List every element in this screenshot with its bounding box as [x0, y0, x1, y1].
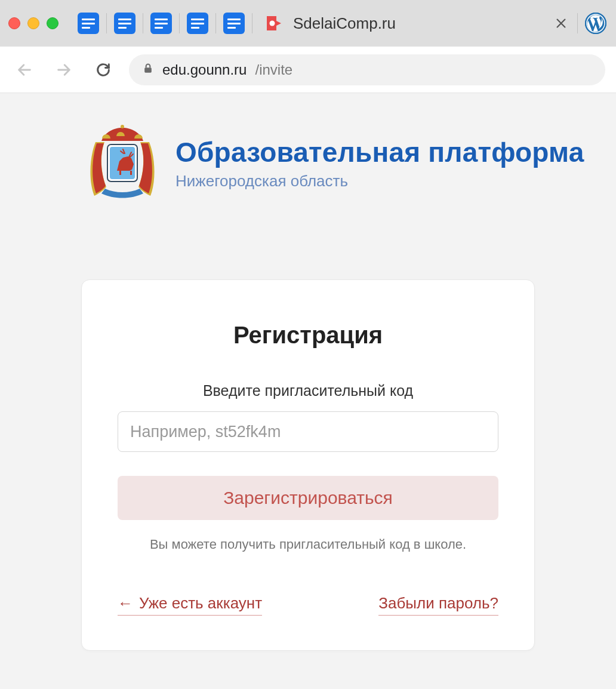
address-bar: edu.gounn.ru/invite — [0, 47, 616, 93]
invite-code-label: Введите пригласительный код — [118, 382, 498, 399]
register-button[interactable]: Зарегистрироваться — [118, 476, 498, 520]
google-docs-icon — [187, 13, 208, 34]
google-docs-icon — [223, 13, 245, 34]
tab-google-docs-4[interactable] — [186, 11, 210, 35]
tab-google-docs-3[interactable] — [149, 11, 173, 35]
invite-help-text: Вы можете получить пригласительный код в… — [118, 537, 498, 552]
active-tab[interactable]: SdelaiComp.ru — [258, 13, 545, 34]
tab-separator — [252, 13, 252, 33]
forward-button[interactable] — [50, 56, 78, 84]
svg-point-0 — [270, 21, 275, 26]
active-tab-title: SdelaiComp.ru — [293, 14, 396, 33]
existing-account-link[interactable]: ← Уже есть аккаунт — [118, 594, 262, 616]
region-coat-of-arms-icon — [84, 124, 161, 202]
tab-google-docs-1[interactable] — [76, 11, 100, 35]
tab-google-docs-2[interactable] — [113, 11, 137, 35]
url-path: /invite — [255, 61, 292, 78]
tab-separator — [143, 13, 143, 33]
svg-point-7 — [127, 157, 131, 161]
tab-separator — [215, 13, 216, 33]
window-controls — [8, 17, 58, 29]
tab-separator — [179, 13, 180, 33]
google-docs-icon — [150, 13, 172, 34]
lock-icon — [142, 61, 154, 78]
google-docs-icon — [78, 13, 99, 34]
svg-rect-3 — [144, 67, 152, 72]
registration-card: Регистрация Введите пригласительный код … — [81, 279, 535, 651]
card-heading: Регистрация — [118, 322, 498, 349]
google-docs-icon — [114, 13, 135, 34]
close-window-button[interactable] — [8, 17, 20, 29]
arrow-left-icon: ← — [118, 594, 133, 613]
forgot-password-link[interactable]: Забыли пароль? — [378, 594, 498, 616]
tab-wordpress[interactable] — [584, 11, 608, 35]
svg-point-4 — [121, 125, 124, 128]
back-button[interactable] — [11, 56, 38, 84]
minimize-window-button[interactable] — [27, 17, 39, 29]
page-content: Образовательная платформа Нижегородская … — [0, 93, 616, 651]
tab-google-docs-5[interactable] — [222, 11, 246, 35]
site-title: Образовательная платформа — [175, 136, 584, 168]
maximize-window-button[interactable] — [47, 17, 58, 29]
invite-code-input[interactable] — [118, 411, 498, 452]
url-host: edu.gounn.ru — [162, 61, 247, 78]
wordpress-icon — [585, 13, 606, 34]
site-subtitle: Нижегородская область — [175, 172, 584, 190]
forgot-password-link-label: Забыли пароль? — [378, 594, 498, 613]
tab-separator — [577, 13, 578, 33]
close-tab-button[interactable] — [551, 13, 571, 33]
browser-tabstrip: SdelaiComp.ru — [0, 0, 616, 47]
site-header: Образовательная платформа Нижегородская … — [0, 117, 616, 202]
existing-account-link-label: Уже есть аккаунт — [139, 594, 262, 613]
site-favicon-icon — [263, 13, 285, 34]
tab-separator — [106, 13, 107, 33]
reload-button[interactable] — [90, 56, 117, 84]
url-field[interactable]: edu.gounn.ru/invite — [129, 54, 605, 85]
